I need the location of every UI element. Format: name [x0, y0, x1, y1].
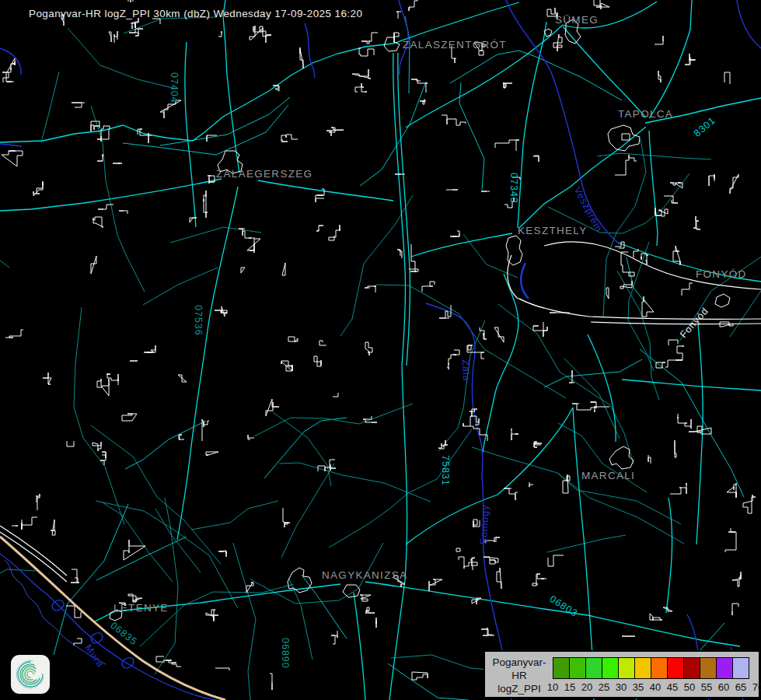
legend-tick-label: 55	[701, 681, 712, 693]
legend-panel: Poganyvar-HR logZ_PPI dbZ 10152025303540…	[483, 650, 760, 698]
legend-tick-label: 20	[581, 681, 592, 693]
road-number-label: 75831	[440, 455, 451, 486]
legend-tick-label: 40	[650, 681, 661, 693]
road-number-label: 07404	[169, 72, 180, 103]
road-number-label: 07343	[508, 173, 519, 204]
city-label: LETENYE	[113, 602, 169, 614]
legend-tick-label: 10	[547, 681, 558, 693]
legend-tick-label: 15	[564, 681, 575, 693]
radar-map-viewport: Poganyvar-HR logZ_PPI 30km (dbZ) Wednesd…	[0, 0, 761, 700]
city-label: NAGYKANIZSA	[322, 569, 407, 581]
city-label: KESZTHELY	[518, 225, 587, 236]
city-label: FONYÓD	[696, 268, 747, 280]
water-label: Somogy	[478, 504, 491, 545]
legend-tick-label: 50	[684, 681, 695, 693]
legend-tick-label: 70	[752, 681, 761, 693]
city-label: ZALASZENTGRÓT	[403, 39, 507, 51]
water-label: Fonyód	[678, 306, 710, 341]
road-number-label: 07536	[193, 305, 204, 336]
road-number-label: 8301	[692, 115, 717, 139]
legend-tick-label: 25	[599, 681, 609, 693]
legend-tick-label: 30	[616, 681, 627, 693]
legend-tick-label: 45	[667, 681, 678, 693]
product-title: Poganyvar-HR logZ_PPI 30km (dbZ) Wednesd…	[29, 8, 362, 19]
water-label: Zala	[460, 359, 472, 382]
water-label: Mura	[83, 642, 106, 670]
road-number-label: 06803	[548, 593, 580, 619]
road-number-label: 06890	[280, 638, 291, 669]
city-label: SÜMEG	[555, 14, 599, 26]
city-label: ZALAEGERSZEG	[216, 168, 312, 180]
city-label: MARCALI	[581, 470, 635, 481]
legend-tick-label: 35	[633, 681, 644, 693]
legend-tick-label: 65	[735, 681, 746, 693]
spiral-icon	[14, 658, 47, 691]
city-label: TAPOLCA	[618, 108, 673, 120]
legend-tick-label: 60	[718, 681, 729, 693]
met-spiral-logo	[11, 655, 50, 694]
map-labels: SÜMEGZALASZENTGRÓTTAPOLCAZALAEGERSZEGKES…	[0, 0, 761, 700]
legend-tick-row: 10152025303540455055606570	[485, 652, 759, 697]
road-number-label: 06835	[108, 620, 139, 648]
